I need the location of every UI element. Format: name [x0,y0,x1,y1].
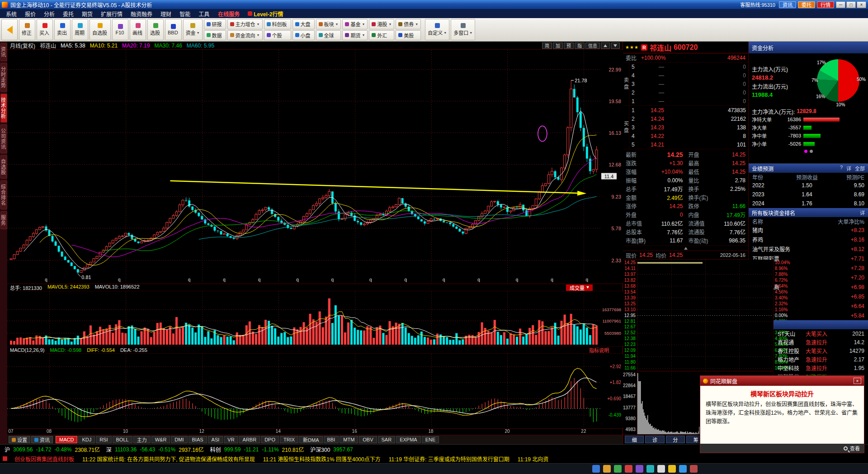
popup-view-button[interactable]: 查看 [850,445,860,452]
toolbar-button[interactable]: 大盘 [292,19,315,29]
toolbar-button[interactable]: 自定义▼ [425,19,449,40]
forecast-header-button[interactable]: ? [840,165,843,172]
taskbar-icon[interactable] [679,465,687,473]
quote-tab[interactable]: 分 [666,436,685,443]
indicator-tab[interactable]: BOLL [113,436,132,443]
indicator-tab[interactable]: MTM [340,436,358,443]
sell-level-row[interactable]: 5—0 [629,62,748,71]
chart-mini-button[interactable]: 信息 [585,43,600,49]
toolbar-button[interactable]: 资金▼ [183,19,203,40]
taskbar-icon[interactable] [636,465,643,473]
sector-row[interactable]: 养鸡+8.16 [749,235,868,244]
taskbar-icon[interactable] [614,465,622,473]
taskbar-icon[interactable] [646,465,654,473]
menu-online-service[interactable]: 在线服务 [213,10,244,18]
menu-item[interactable]: 期货 [78,10,97,18]
period-label[interactable]: 月线(复权) [10,42,35,49]
quote-tab[interactable]: 诊 [645,436,664,443]
menu-item[interactable]: 分析 [40,10,59,18]
indicator-tab[interactable]: 主力 [133,436,151,443]
buy-level-row[interactable]: 214.2422162 [629,114,748,123]
volume-canvas[interactable] [7,291,623,346]
chart-mini-button[interactable]: 指 [575,43,585,49]
sidebar-tab[interactable]: 综合排名 [0,180,7,209]
back-button[interactable] [1,19,18,40]
taskbar-icon[interactable] [592,465,600,473]
menu-item[interactable]: 智能 [175,10,194,18]
indicator-tab[interactable]: BIAS [189,436,207,443]
sidebar-tab[interactable]: 技术分析 [0,94,7,123]
menu-item[interactable]: 工具 [194,10,213,18]
ticker-item[interactable]: 11:19 北向资 [518,455,548,463]
sidebar-tab[interactable]: 公司资讯 [0,124,7,153]
sidebar-tab[interactable]: 自选股 [0,155,7,179]
indicator-tab[interactable]: BBI [324,436,339,443]
window-control-button[interactable]: ─ [836,1,845,8]
taskbar-icon[interactable] [603,465,611,473]
indicator-tab[interactable]: OBV [359,436,377,443]
quote-tab[interactable]: 细 [625,436,644,443]
toolbar-button[interactable]: 画线 [130,19,146,40]
toolbar-button[interactable]: 卖出 [54,19,71,40]
forecast-row[interactable]: 20241.768.10 [749,199,868,208]
indicator-tab[interactable]: RSI [96,436,111,443]
kline-pane[interactable] [7,50,623,284]
forecast-header-button[interactable]: 全部 [855,165,865,172]
indicator-tab[interactable]: EXPMA [396,436,421,443]
sell-level-row[interactable]: 1—0 [629,97,748,105]
toolbar-button[interactable]: 板块▼ [316,19,341,29]
indicator-help-button[interactable]: 指标说明 [589,346,609,354]
pager-dot[interactable] [810,150,813,153]
sector-row[interactable]: 油气开采及服务+8.12 [749,244,868,254]
toolbar-button[interactable]: 主力增仓▼ [227,19,263,29]
indicator-tab[interactable]: MACD [56,436,77,443]
chart-mini-button[interactable]: 预 [564,43,574,49]
ticker-item[interactable]: 11:19 华创证券: 三季度或成为特别国债发行窗口期 [389,455,509,463]
toolbar-button[interactable]: F10 [112,19,128,40]
toolbar-button[interactable]: 周期 [72,19,88,40]
toolbar-button[interactable]: 自选股 [90,19,111,40]
pager-dots[interactable] [752,150,865,153]
toolbar-button[interactable]: 外汇 [369,30,394,41]
kline-canvas[interactable] [7,50,623,283]
chart-mini-button[interactable]: 加 [553,43,563,49]
indicator-tab[interactable]: 新DMA [299,436,322,443]
toolbar-button[interactable]: 选股 [147,19,164,40]
popup-titlebar[interactable]: 同花顺解盘 × [700,376,864,386]
index-segment[interactable]: 沪 3069.56 -14.72 -0.48% 2308.71亿 [5,446,100,453]
buy-level-row[interactable]: 514.21101 [629,140,748,149]
index-segment[interactable]: 深 11103.36 -56.43 -0.51% 2937.16亿 [106,446,204,453]
menu-item[interactable]: 报价 [21,10,40,18]
toolbar-button[interactable]: 港股▼ [369,19,394,29]
indicator-tab[interactable]: TRIX [280,436,298,443]
volume-pane[interactable] [7,291,623,346]
menu-item[interactable]: 融资融券 [127,10,156,18]
toolbar-button[interactable]: 美股 [396,30,421,41]
indicator-tab[interactable]: SAR [378,436,396,443]
taskbar-icon[interactable] [690,465,698,473]
indicator-tab[interactable]: DMI [171,436,187,443]
toolbar-button[interactable]: 债券▼ [396,19,421,29]
sector-detail-button[interactable]: 详 [860,209,865,216]
buy-level-row[interactable]: 414.228 [629,132,748,140]
menu-item[interactable]: 扩展行情 [97,10,127,18]
chart-mini-button[interactable]: 简 [542,43,552,49]
popup-close-button[interactable]: × [854,378,861,384]
toolbar-button[interactable]: 资金流向▼ [227,30,263,41]
toolbar-button[interactable]: 小盘 [292,30,315,41]
titlebar-quick-button[interactable]: 行情 [817,1,834,8]
menu-level2[interactable]: Level-2行情 [244,10,287,18]
sell-level-row[interactable]: 4—0 [629,71,748,80]
menu-item[interactable]: 系统 [2,10,21,18]
ticker-item[interactable]: 11:21 港股恒生科技指数跌1% 回落至4000点下方 [263,455,381,463]
window-control-button[interactable]: × [857,1,866,8]
ticker-item[interactable]: 创业板因赛集团直线封板 [14,455,74,463]
forecast-row[interactable]: 20221.509.50 [749,181,868,190]
ticker-item[interactable]: 11:22 国家统计局: 在各方面共同努力下, 促进物流保通保畅成效有所显现 [82,455,255,463]
toolbar-button[interactable]: 修正 [19,19,35,40]
indicator-tab[interactable]: ASI [208,436,223,443]
indicator-tab[interactable]: W&R [151,436,170,443]
macd-pane[interactable] [7,354,623,429]
collapse-handle[interactable] [623,246,748,251]
window-control-button[interactable]: □ [846,1,856,8]
